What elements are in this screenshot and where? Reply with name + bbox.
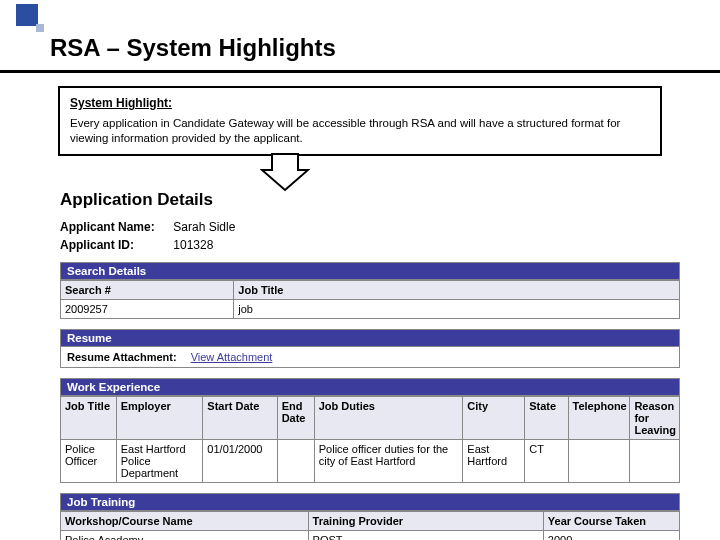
- col-jt-provider: Training Provider: [308, 512, 543, 531]
- resume-attachment-label: Resume Attachment:: [67, 351, 177, 363]
- system-highlight-heading: System Highlight:: [70, 96, 650, 110]
- col-jt-year: Year Course Taken: [543, 512, 679, 531]
- col-we-end: End Date: [277, 397, 314, 440]
- slide-corner-decoration: [16, 4, 38, 26]
- cell-search-number: 2009257: [61, 300, 234, 319]
- down-arrow-icon: [260, 152, 310, 192]
- applicant-name-value: Sarah Sidle: [173, 220, 235, 234]
- applicant-id-label: Applicant ID:: [60, 238, 170, 252]
- application-details-panel: Application Details Applicant Name: Sara…: [60, 190, 680, 540]
- col-we-start: Start Date: [203, 397, 277, 440]
- svg-marker-0: [262, 154, 308, 190]
- col-we-duties: Job Duties: [314, 397, 463, 440]
- table-row: Police Academy POST 2000: [61, 531, 680, 541]
- cell-we-state: CT: [525, 440, 568, 483]
- col-we-state: State: [525, 397, 568, 440]
- table-row: 2009257 job: [61, 300, 680, 319]
- system-highlight-box: System Highlight: Every application in C…: [58, 86, 662, 156]
- work-experience-table: Job Title Employer Start Date End Date J…: [60, 396, 680, 483]
- col-jt-name: Workshop/Course Name: [61, 512, 309, 531]
- cell-we-job-title: Police Officer: [61, 440, 117, 483]
- view-attachment-link[interactable]: View Attachment: [191, 351, 273, 363]
- job-training-header: Job Training: [60, 493, 680, 511]
- applicant-id-value: 101328: [173, 238, 213, 252]
- cell-jt-provider: POST: [308, 531, 543, 541]
- resume-header: Resume: [60, 329, 680, 347]
- work-experience-header: Work Experience: [60, 378, 680, 396]
- cell-we-tel: [568, 440, 630, 483]
- cell-job-title: job: [234, 300, 680, 319]
- cell-we-city: East Hartford: [463, 440, 525, 483]
- cell-we-start: 01/01/2000: [203, 440, 277, 483]
- resume-row: Resume Attachment: View Attachment: [60, 347, 680, 368]
- system-highlight-text: Every application in Candidate Gateway w…: [70, 116, 650, 146]
- job-training-table: Workshop/Course Name Training Provider Y…: [60, 511, 680, 540]
- cell-we-end: [277, 440, 314, 483]
- application-details-heading: Application Details: [60, 190, 680, 210]
- applicant-name-label: Applicant Name:: [60, 220, 170, 234]
- slide-title: RSA – System Highlights: [50, 34, 336, 62]
- col-search-number: Search #: [61, 281, 234, 300]
- col-job-title: Job Title: [234, 281, 680, 300]
- title-underline: [0, 70, 720, 73]
- col-we-city: City: [463, 397, 525, 440]
- search-details-header: Search Details: [60, 262, 680, 280]
- cell-we-reason: [630, 440, 680, 483]
- col-we-job-title: Job Title: [61, 397, 117, 440]
- col-we-tel: Telephone: [568, 397, 630, 440]
- cell-jt-name: Police Academy: [61, 531, 309, 541]
- cell-we-duties: Police officer duties for the city of Ea…: [314, 440, 463, 483]
- col-we-employer: Employer: [116, 397, 203, 440]
- search-details-table: Search # Job Title 2009257 job: [60, 280, 680, 319]
- col-we-reason: Reason for Leaving: [630, 397, 680, 440]
- cell-jt-year: 2000: [543, 531, 679, 541]
- table-row: Police Officer East Hartford Police Depa…: [61, 440, 680, 483]
- cell-we-employer: East Hartford Police Department: [116, 440, 203, 483]
